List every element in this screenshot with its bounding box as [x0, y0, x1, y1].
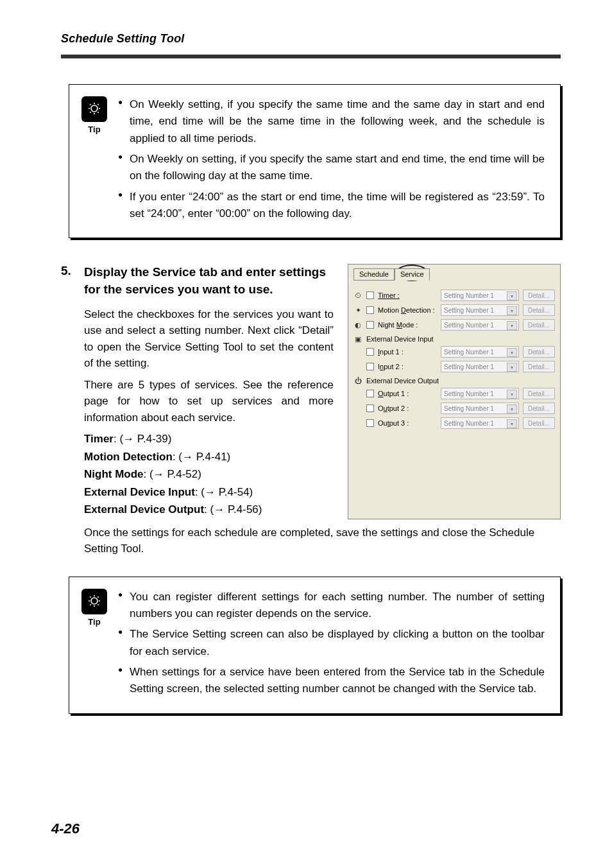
step-title: Display the Service tab and enter settin…	[84, 264, 334, 298]
detail-button[interactable]: Detail...	[523, 417, 555, 429]
step-para: There are 5 types of services. See the r…	[84, 377, 334, 426]
detail-button[interactable]: Detail...	[523, 319, 555, 331]
tip-icon-block: Tip	[81, 96, 108, 226]
tab-schedule[interactable]: Schedule	[353, 268, 395, 281]
tab-service[interactable]: Service	[395, 268, 430, 281]
row-timer: ⏲ Timer : Setting Number 1 Detail...	[353, 290, 555, 301]
checkbox-input2[interactable]	[366, 363, 374, 370]
device-input-icon: ▣	[353, 334, 362, 343]
detail-button[interactable]: Detail...	[523, 346, 555, 358]
detail-button[interactable]: Detail...	[523, 403, 555, 414]
label-output1: Output 1 :	[378, 390, 437, 397]
svg-point-9	[91, 598, 98, 604]
tip-box-1: Tip On Weekly setting, if you specify th…	[69, 84, 561, 238]
row-input1: Input 1 : Setting Number 1 Detail...	[366, 346, 555, 358]
select-output3[interactable]: Setting Number 1	[441, 417, 519, 429]
checkbox-night[interactable]	[366, 321, 374, 329]
page-number: 4-26	[51, 820, 80, 837]
timer-icon: ⏲	[353, 291, 362, 300]
tip-label: Tip	[81, 617, 108, 627]
tip-list: On Weekly setting, if you specify the sa…	[118, 96, 545, 226]
step-closing-para: Once the settings for each schedule are …	[84, 525, 561, 557]
tip-box-2: Tip You can register different settings …	[69, 577, 561, 714]
tip-item: The Service Setting screen can also be d…	[118, 626, 545, 660]
tip-icon-block: Tip	[81, 589, 108, 702]
select-output2[interactable]: Setting Number 1	[441, 403, 519, 414]
checkbox-output3[interactable]	[366, 419, 374, 427]
tip-item: You can register different settings for …	[118, 589, 545, 623]
checkbox-motion[interactable]	[366, 306, 374, 314]
detail-button[interactable]: Detail...	[523, 361, 555, 372]
label-night: Night Mode :	[378, 321, 437, 329]
group-ext-input: ▣ External Device Input	[353, 334, 555, 343]
night-icon: ◐	[353, 320, 362, 329]
header-rule	[61, 55, 561, 58]
ref-timer: Timer: (→ P.4-39)	[84, 431, 334, 447]
step-5: 5. Display the Service tab and enter set…	[61, 264, 561, 557]
svg-line-15	[98, 596, 98, 597]
row-output2: Output 2 : Setting Number 1 Detail...	[366, 403, 555, 414]
row-night: ◐ Night Mode : Setting Number 1 Detail..…	[353, 319, 555, 331]
tip-item: If you enter “24:00” as the start or end…	[118, 189, 545, 223]
step-number: 5.	[61, 264, 76, 278]
step-para: Select the checkboxes for the services y…	[84, 306, 334, 372]
motion-icon: ✦	[353, 306, 362, 315]
svg-line-16	[90, 604, 90, 605]
ref-motion: Motion Detection: (→ P.4-41)	[84, 449, 334, 465]
tip-item: When settings for a service have been en…	[118, 664, 545, 698]
svg-point-0	[91, 105, 98, 112]
label-timer: Timer :	[378, 291, 437, 299]
row-output1: Output 1 : Setting Number 1 Detail...	[366, 388, 555, 399]
tip-item: On Weekly setting, if you specify the sa…	[118, 96, 545, 147]
tip-item: On Weekly on setting, if you specify the…	[118, 151, 545, 185]
row-motion: ✦ Motion Detection : Setting Number 1 De…	[353, 304, 555, 316]
group-ext-output: ⏻ External Device Output	[353, 376, 555, 385]
device-output-icon: ⏻	[353, 376, 362, 385]
ref-night: Night Mode: (→ P.4-52)	[84, 466, 334, 483]
ref-edo: External Device Output: (→ P.4-56)	[84, 501, 334, 518]
select-night[interactable]: Setting Number 1	[441, 319, 519, 331]
svg-line-7	[90, 112, 90, 112]
lightbulb-icon	[81, 589, 107, 614]
svg-line-6	[98, 104, 98, 105]
row-input2: Input 2 : Setting Number 1 Detail...	[366, 361, 555, 372]
ref-edi: External Device Input: (→ P.4-54)	[84, 484, 334, 501]
detail-button[interactable]: Detail...	[523, 290, 555, 301]
checkbox-input1[interactable]	[366, 348, 374, 356]
select-input1[interactable]: Setting Number 1	[441, 346, 519, 358]
checkbox-output1[interactable]	[366, 390, 374, 397]
label-output2: Output 2 :	[378, 404, 437, 412]
svg-line-14	[90, 596, 90, 597]
svg-line-5	[90, 104, 90, 105]
running-head: Schedule Setting Tool	[61, 32, 561, 46]
label-motion: Motion Detection :	[378, 306, 437, 314]
label-input2: Input 2 :	[378, 363, 437, 370]
detail-button[interactable]: Detail...	[523, 304, 555, 316]
label-input1: Input 1 :	[378, 348, 437, 356]
detail-button[interactable]: Detail...	[523, 388, 555, 399]
row-output3: Output 3 : Setting Number 1 Detail...	[366, 417, 555, 429]
checkbox-timer[interactable]	[366, 291, 374, 299]
tip-label: Tip	[81, 125, 108, 134]
lightbulb-icon	[81, 96, 107, 122]
svg-line-17	[98, 604, 98, 605]
select-motion[interactable]: Setting Number 1	[441, 304, 519, 316]
tab-strip: Schedule Service	[353, 268, 555, 281]
select-output1[interactable]: Setting Number 1	[441, 388, 519, 399]
tip-list: You can register different settings for …	[118, 589, 545, 702]
step-text-column: Display the Service tab and enter settin…	[84, 264, 334, 519]
select-timer[interactable]: Setting Number 1	[441, 290, 519, 301]
svg-line-8	[98, 112, 98, 112]
checkbox-output2[interactable]	[366, 404, 374, 412]
select-input2[interactable]: Setting Number 1	[441, 361, 519, 372]
label-output3: Output 3 :	[378, 419, 437, 427]
service-panel: Schedule Service ⏲ Timer : Setting Numbe…	[348, 264, 561, 519]
